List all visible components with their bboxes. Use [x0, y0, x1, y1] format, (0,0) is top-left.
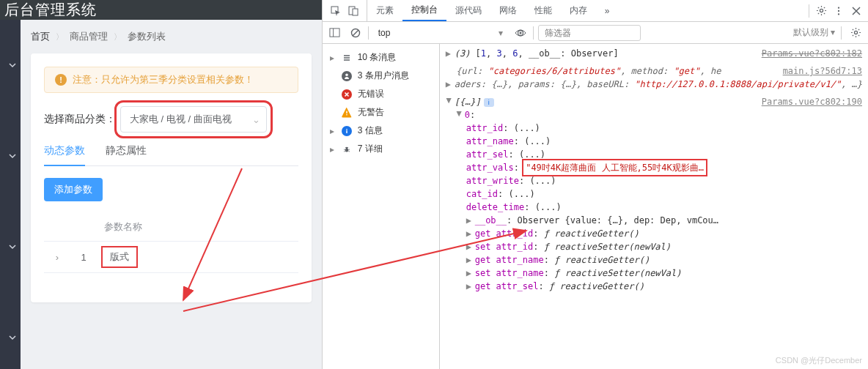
- sidebar-toggle-icon[interactable]: [327, 25, 343, 41]
- context-selector[interactable]: top ▾: [373, 26, 509, 40]
- bug-icon: [342, 144, 352, 154]
- messages-warnings[interactable]: 无警告: [323, 103, 439, 122]
- console-line[interactable]: attr_write: (...): [446, 174, 862, 187]
- source-link[interactable]: main.js?56d7:13: [783, 64, 862, 78]
- tabs: 动态参数 静态属性: [44, 144, 298, 166]
- more-icon[interactable]: [831, 4, 846, 18]
- messages-errors[interactable]: 无错误: [323, 85, 439, 103]
- svg-point-6: [838, 13, 839, 15]
- console-line[interactable]: attr_name: (...): [446, 135, 862, 148]
- settings-icon[interactable]: [814, 4, 828, 18]
- console-toolbar: top ▾ 默认级别 ▾: [323, 22, 868, 44]
- source-link[interactable]: Params.vue?c802:190: [762, 95, 862, 108]
- sidebar-item[interactable]: [0, 321, 21, 354]
- messages-verbose[interactable]: ▸ 7 详细: [323, 140, 439, 158]
- cascader-value: 大家电 / 电视 / 曲面电视: [130, 113, 232, 126]
- tab-console[interactable]: 控制台: [402, 0, 446, 21]
- svg-point-3: [820, 9, 823, 12]
- tab-dynamic[interactable]: 动态参数: [44, 144, 85, 166]
- breadcrumb: 首页 〉 商品管理 〉 参数列表: [31, 30, 312, 43]
- messages-all[interactable]: ▸ 10 条消息: [323, 48, 439, 67]
- tab-more[interactable]: »: [596, 0, 619, 21]
- params-table: 参数名称 › 1 版式: [44, 213, 298, 273]
- svg-point-13: [854, 31, 857, 34]
- close-icon[interactable]: [849, 4, 864, 18]
- console-line[interactable]: ▶get attr_id: ƒ reactiveGetter(): [446, 227, 862, 240]
- console-line[interactable]: ▶aders: {…}, params: {…}, baseURL: "http…: [446, 78, 862, 91]
- tab-sources[interactable]: 源代码: [446, 0, 490, 21]
- chevron-right-icon: 〉: [114, 31, 122, 42]
- console-line[interactable]: delete_time: (...): [446, 201, 862, 214]
- table-row[interactable]: › 1 版式: [44, 242, 298, 273]
- settings-icon[interactable]: [847, 25, 864, 41]
- warning-icon: !: [55, 74, 67, 86]
- breadcrumb-home[interactable]: 首页: [31, 30, 50, 43]
- inspect-icon[interactable]: [328, 4, 343, 18]
- param-name-cell: 版式: [104, 249, 135, 265]
- console-line[interactable]: cat_id: (...): [446, 187, 862, 201]
- warning-icon: [342, 108, 352, 118]
- app-titlebar: 后台管理系统: [0, 0, 322, 20]
- console-line[interactable]: ▶__ob__: Observer {value: {…}, dep: Dep,…: [446, 214, 862, 227]
- messages-info[interactable]: ▸ 3 信息: [323, 122, 439, 140]
- svg-rect-18: [346, 129, 347, 130]
- svg-point-12: [520, 31, 522, 34]
- category-cascader[interactable]: 大家电 / 电视 / 曲面电视 ⌄: [120, 106, 267, 133]
- app-title: 后台管理系统: [4, 0, 97, 20]
- console-line[interactable]: ▶get attr_sel: ƒ reactiveGetter(): [446, 280, 862, 293]
- sidebar-item[interactable]: [0, 49, 21, 81]
- alert-text: 注意：只允许为第三季分类设置相关参数！: [73, 73, 254, 86]
- tab-memory[interactable]: 内存: [561, 0, 596, 21]
- info-icon: [342, 126, 352, 136]
- sidebar-nav: [0, 20, 21, 369]
- expand-icon[interactable]: ›: [56, 252, 59, 263]
- console-line[interactable]: attr_sel: (...): [446, 148, 862, 161]
- svg-rect-16: [346, 114, 347, 115]
- info-badge-icon: i: [484, 98, 494, 107]
- tab-network[interactable]: 网络: [490, 0, 526, 21]
- col-name: 参数名称: [97, 213, 298, 242]
- error-icon: [342, 89, 352, 100]
- console-line[interactable]: ▶0:: [446, 108, 862, 122]
- svg-line-10: [353, 30, 358, 36]
- separator: [809, 4, 809, 18]
- messages-user[interactable]: 3 条用户消息: [323, 67, 439, 85]
- console-line[interactable]: ▶set attr_name: ƒ reactiveSetter(newVal): [446, 266, 862, 280]
- caret-icon: ▸: [330, 126, 336, 136]
- tab-elements[interactable]: 元素: [367, 0, 402, 21]
- svg-point-14: [345, 73, 348, 76]
- tab-static[interactable]: 静态属性: [106, 144, 147, 165]
- console-line[interactable]: attr_id: (...): [446, 122, 862, 135]
- row-index: 1: [70, 242, 97, 273]
- caret-icon: ▸: [330, 53, 336, 63]
- sidebar-item[interactable]: [0, 231, 21, 263]
- list-icon: [342, 53, 352, 63]
- filter-input[interactable]: [538, 25, 641, 41]
- svg-rect-17: [346, 130, 347, 133]
- add-param-button[interactable]: 添加参数: [44, 178, 103, 201]
- svg-point-4: [838, 7, 839, 8]
- chevron-down-icon: ▾: [499, 28, 503, 38]
- clear-console-icon[interactable]: [347, 25, 364, 41]
- breadcrumb-group[interactable]: 商品管理: [70, 30, 108, 43]
- console-line[interactable]: ▶get attr_name: ƒ reactiveGetter(): [446, 253, 862, 266]
- console-output: Params.vue?c802:182 ▶(3) [1, 3, 6, __ob_…: [440, 44, 868, 369]
- chevron-right-icon: 〉: [56, 31, 64, 42]
- live-expression-icon[interactable]: [512, 25, 529, 41]
- console-line[interactable]: ▶set attr_id: ƒ reactiveSetter(newVal): [446, 240, 862, 253]
- chevron-down-icon: ⌄: [252, 114, 260, 125]
- tab-performance[interactable]: 性能: [526, 0, 561, 21]
- svg-rect-7: [330, 29, 339, 37]
- sidebar-item[interactable]: [0, 140, 21, 172]
- source-link[interactable]: Params.vue?c802:182: [762, 47, 862, 60]
- svg-rect-2: [353, 9, 358, 15]
- svg-point-5: [838, 10, 839, 11]
- user-icon: [342, 71, 352, 81]
- svg-rect-15: [346, 111, 347, 113]
- console-line-attr-vals[interactable]: attr_vals: "49吋4K超薄曲面 人工智能,55吋4K观影曲…: [446, 161, 862, 174]
- level-selector[interactable]: 默认级别 ▾: [793, 26, 835, 39]
- warning-alert: ! 注意：只允许为第三季分类设置相关参数！: [44, 67, 298, 93]
- device-toggle-icon[interactable]: [346, 4, 361, 18]
- devtools-topbar: 元素 控制台 源代码 网络 性能 内存 »: [323, 0, 868, 22]
- main-card: ! 注意：只允许为第三季分类设置相关参数！ 选择商品分类： 大家电 / 电视 /…: [31, 53, 312, 302]
